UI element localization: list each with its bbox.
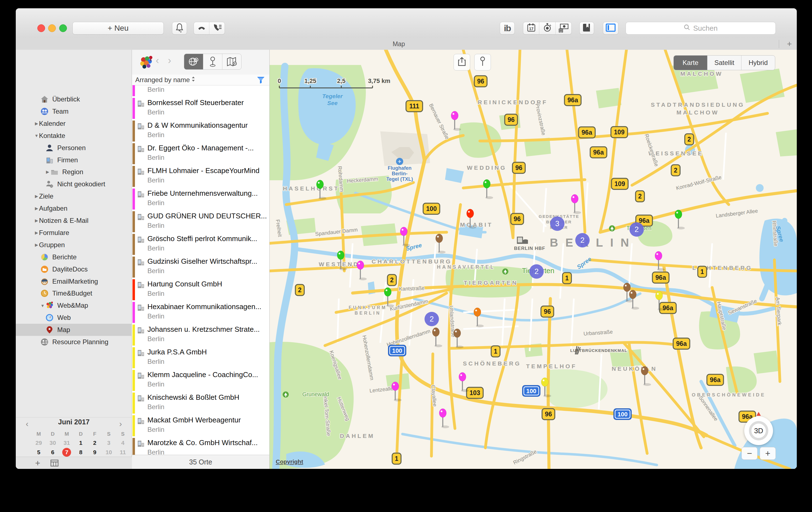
calendar-day[interactable]: 4: [116, 439, 129, 447]
map-svg[interactable]: 01,252,53,75 kmMALCHOWREINICKENDORFSTADT…: [270, 50, 797, 469]
back-button[interactable]: ‹: [156, 55, 159, 66]
close-button[interactable]: [37, 24, 45, 32]
sidebar-item-kalender[interactable]: ▶Kalender: [16, 118, 150, 130]
calendar-button[interactable]: 17: [523, 22, 539, 34]
disclosure-right-icon[interactable]: ▶: [34, 230, 39, 235]
calendar-day[interactable]: 11: [116, 448, 129, 457]
calendar-day[interactable]: 1: [74, 439, 87, 447]
view-globe-button[interactable]: [184, 54, 203, 69]
add-icon[interactable]: +: [35, 458, 40, 468]
list-item[interactable]: Dr. Eggert Öko - Management -...Berlin: [132, 143, 269, 165]
view-map-button[interactable]: [222, 54, 241, 69]
map-type-karte[interactable]: Karte: [674, 56, 707, 70]
route-badge: 96: [505, 114, 518, 125]
sidebar-item-formulare[interactable]: ▶Formulare: [16, 227, 150, 239]
calendar-day[interactable]: 5: [32, 448, 46, 457]
zoom-button[interactable]: [59, 24, 67, 32]
calendar-day[interactable]: 31: [60, 439, 73, 447]
list-item[interactable]: Gröscho Steffi perlrot Kommunik...Berlin: [132, 233, 269, 256]
disclosure-right-icon[interactable]: ▶: [34, 218, 39, 223]
disclosure-down-icon[interactable]: ▼: [34, 133, 39, 138]
list-item[interactable]: Bornkessel Rolf SteuerberaterBerlin: [132, 97, 269, 120]
disclosure-right-icon[interactable]: ▶: [34, 242, 39, 247]
list-item[interactable]: GUD GRÜNER UND DEUTSCHER...Berlin: [132, 211, 269, 233]
calendar-day[interactable]: 29: [32, 439, 46, 447]
tab-map[interactable]: Map: [393, 40, 405, 48]
pin-cluster[interactable]: 2: [630, 222, 644, 237]
list-item[interactable]: Knischewski & Boßlet GmbHBerlin: [132, 392, 269, 415]
notifications-button[interactable]: [172, 22, 187, 35]
billing-button[interactable]: [555, 22, 571, 34]
disclosure-right-icon[interactable]: ▶: [34, 206, 39, 211]
sidebar-item-aufgaben[interactable]: ▶Aufgaben: [16, 202, 150, 214]
map-type-satellit[interactable]: Satellit: [707, 56, 741, 70]
compass-3d-control[interactable]: 3D: [744, 416, 773, 445]
pin-cluster[interactable]: 2: [425, 312, 439, 326]
zoom-out-button[interactable]: −: [742, 447, 757, 460]
pin-cluster[interactable]: 3: [550, 216, 564, 231]
calendar-day[interactable]: 9: [88, 448, 102, 457]
list-item[interactable]: Hexabinaer Kommunikationsagen...Berlin: [132, 301, 269, 324]
calendar-grid-icon[interactable]: [50, 459, 59, 468]
pin-cluster[interactable]: 2: [575, 233, 590, 247]
list-item[interactable]: Mackat GmbH WerbeagenturBerlin: [132, 415, 269, 438]
water-label: See: [327, 100, 338, 106]
search-field[interactable]: Suchen: [626, 22, 776, 35]
list-item[interactable]: Berlin: [132, 85, 269, 97]
docs-button[interactable]: [579, 22, 594, 35]
filter-icon[interactable]: [257, 76, 265, 86]
disclosure-right-icon[interactable]: ▶: [45, 170, 50, 175]
list-item[interactable]: Marotzke & Co. GmbH Wirtschaf...Berlin: [132, 438, 269, 455]
forward-button[interactable]: ›: [168, 55, 171, 66]
area-label: MOABIT: [460, 221, 493, 228]
disclosure-down-icon[interactable]: ▼: [40, 303, 45, 308]
svg-text:1: 1: [700, 268, 704, 275]
area-label: HANSAVIERTEL: [437, 264, 495, 270]
call-button[interactable]: [194, 22, 209, 34]
share-button[interactable]: [454, 54, 470, 70]
calendar-day[interactable]: 3: [102, 439, 115, 447]
zoom-in-button[interactable]: +: [760, 447, 776, 460]
list-item[interactable]: Jurka P.S.A GmbHBerlin: [132, 347, 269, 369]
list-item[interactable]: Klemm Jacqueline - CoachingCo...Berlin: [132, 369, 269, 392]
copyright-link[interactable]: Copyright: [276, 458, 303, 465]
calendar-day[interactable]: 6: [46, 448, 59, 457]
sidebar-item-kontakte[interactable]: ▼Kontakte: [16, 130, 150, 142]
list-item[interactable]: FLMH Lohmaier - EscapeYourMindBerlin: [132, 165, 269, 188]
calendar-day[interactable]: 7: [60, 448, 73, 457]
call-list-button[interactable]: [209, 22, 225, 34]
sidebar-item-ziele[interactable]: ▶Ziele: [16, 190, 150, 202]
list-item[interactable]: Gudzinski Giselher Wirtschaftspr...Berli…: [132, 256, 269, 279]
map-pane[interactable]: 01,252,53,75 kmMALCHOWREINICKENDORFSTADT…: [270, 50, 797, 469]
map-type-hybrid[interactable]: Hybrid: [741, 56, 775, 70]
calendar-prev-button[interactable]: ‹: [26, 419, 28, 428]
calendar-day[interactable]: 2: [88, 439, 102, 447]
pin-cluster[interactable]: 2: [529, 264, 544, 279]
calendar-next-button[interactable]: ›: [119, 419, 122, 428]
list-item[interactable]: Johanssen u. Kretzschmer Strate...Berlin: [132, 324, 269, 347]
view-pin-button[interactable]: [203, 54, 222, 69]
sidebar-item-notizen-e-mail[interactable]: ▶Notizen & E-Mail: [16, 214, 150, 227]
sidebar-toggle-button[interactable]: [603, 22, 618, 35]
new-tab-button[interactable]: +: [787, 39, 792, 49]
3d-button[interactable]: 3D: [749, 421, 768, 441]
list-item[interactable]: D & W KommunikationsagenturBerlin: [132, 120, 269, 143]
disclosure-right-icon[interactable]: ▶: [34, 194, 39, 199]
sidebar-item-label: Resource Planning: [52, 338, 109, 346]
sort-bar[interactable]: Arranged by name: [132, 74, 269, 85]
calendar-day[interactable]: 30: [46, 439, 59, 447]
new-button[interactable]: + Neu: [72, 22, 164, 35]
daylite-ib-button[interactable]: ib: [500, 22, 515, 35]
list-item[interactable]: Hartung Consult GmbHBerlin: [132, 279, 269, 301]
drop-pin-button[interactable]: [474, 54, 491, 70]
sidebar-item-gruppen[interactable]: ▶Gruppen: [16, 239, 150, 251]
minimize-button[interactable]: [48, 24, 56, 32]
timer-button[interactable]: [539, 22, 555, 34]
toolbar: + Neu ib 17: [16, 8, 797, 38]
calendar-day[interactable]: 10: [102, 448, 115, 457]
calendar-day[interactable]: 8: [74, 448, 87, 457]
list-item[interactable]: Friebe Unternehmensverwaltung...Berlin: [132, 188, 269, 211]
street-label: Kantstraße: [399, 285, 425, 292]
disclosure-right-icon[interactable]: ▶: [34, 121, 39, 126]
svg-text:109: 109: [614, 128, 625, 136]
